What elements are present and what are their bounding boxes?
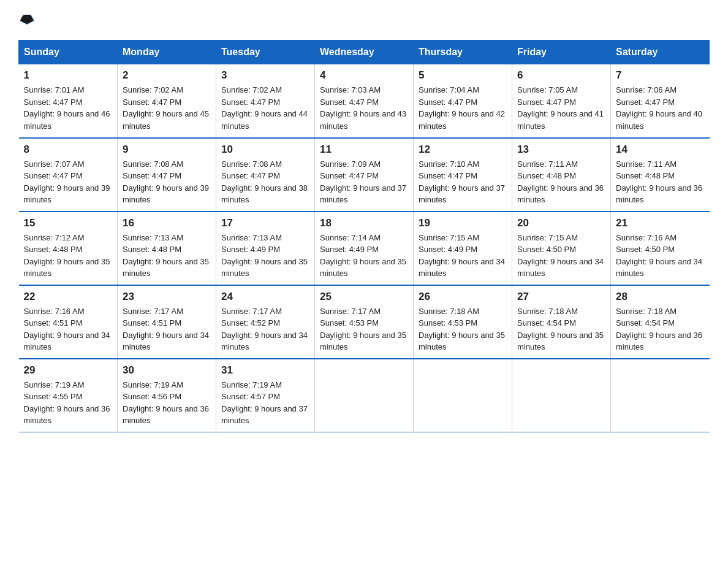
day-info: Sunrise: 7:14 AMSunset: 4:49 PMDaylight:… bbox=[320, 232, 408, 280]
day-info: Sunrise: 7:19 AMSunset: 4:57 PMDaylight:… bbox=[221, 379, 309, 427]
day-number: 25 bbox=[320, 291, 408, 303]
day-number: 11 bbox=[320, 144, 408, 156]
day-number: 30 bbox=[123, 364, 211, 377]
day-info: Sunrise: 7:10 AMSunset: 4:47 PMDaylight:… bbox=[419, 158, 507, 206]
day-info: Sunrise: 7:01 AMSunset: 4:47 PMDaylight:… bbox=[24, 84, 113, 132]
calendar-cell: 30 Sunrise: 7:19 AMSunset: 4:56 PMDaylig… bbox=[118, 359, 216, 432]
day-number: 29 bbox=[24, 364, 113, 377]
day-info: Sunrise: 7:09 AMSunset: 4:47 PMDaylight:… bbox=[320, 158, 408, 206]
calendar-cell: 29 Sunrise: 7:19 AMSunset: 4:55 PMDaylig… bbox=[19, 359, 118, 432]
calendar-cell: 22 Sunrise: 7:16 AMSunset: 4:51 PMDaylig… bbox=[19, 285, 118, 359]
day-info: Sunrise: 7:11 AMSunset: 4:48 PMDaylight:… bbox=[616, 158, 705, 206]
day-number: 17 bbox=[221, 217, 309, 229]
day-info: Sunrise: 7:18 AMSunset: 4:53 PMDaylight:… bbox=[419, 305, 507, 353]
day-number: 20 bbox=[517, 217, 605, 229]
calendar-week-5: 29 Sunrise: 7:19 AMSunset: 4:55 PMDaylig… bbox=[19, 359, 710, 432]
day-number: 7 bbox=[616, 69, 705, 82]
day-info: Sunrise: 7:16 AMSunset: 4:51 PMDaylight:… bbox=[24, 305, 113, 353]
calendar-cell bbox=[512, 359, 611, 432]
day-info: Sunrise: 7:03 AMSunset: 4:47 PMDaylight:… bbox=[320, 84, 408, 132]
day-info: Sunrise: 7:18 AMSunset: 4:54 PMDaylight:… bbox=[517, 305, 605, 353]
day-number: 18 bbox=[320, 217, 408, 229]
calendar-cell: 7 Sunrise: 7:06 AMSunset: 4:47 PMDayligh… bbox=[611, 64, 710, 138]
day-number: 22 bbox=[24, 291, 113, 303]
calendar-cell: 14 Sunrise: 7:11 AMSunset: 4:48 PMDaylig… bbox=[611, 138, 710, 212]
calendar-cell bbox=[414, 359, 512, 432]
day-info: Sunrise: 7:12 AMSunset: 4:48 PMDaylight:… bbox=[24, 232, 113, 280]
calendar-table: Sunday Monday Tuesday Wednesday Thursday… bbox=[18, 40, 710, 432]
day-info: Sunrise: 7:11 AMSunset: 4:48 PMDaylight:… bbox=[517, 158, 605, 206]
col-saturday: Saturday bbox=[611, 40, 710, 64]
svg-marker-4 bbox=[20, 15, 34, 24]
calendar-week-2: 8 Sunrise: 7:07 AMSunset: 4:47 PMDayligh… bbox=[19, 138, 710, 212]
day-info: Sunrise: 7:04 AMSunset: 4:47 PMDaylight:… bbox=[419, 84, 507, 132]
day-number: 15 bbox=[24, 217, 113, 229]
day-info: Sunrise: 7:05 AMSunset: 4:47 PMDaylight:… bbox=[517, 84, 605, 132]
calendar-cell: 2 Sunrise: 7:02 AMSunset: 4:47 PMDayligh… bbox=[118, 64, 216, 138]
day-info: Sunrise: 7:17 AMSunset: 4:52 PMDaylight:… bbox=[221, 305, 309, 353]
calendar-cell: 8 Sunrise: 7:07 AMSunset: 4:47 PMDayligh… bbox=[19, 138, 118, 212]
day-number: 13 bbox=[517, 144, 605, 156]
day-info: Sunrise: 7:08 AMSunset: 4:47 PMDaylight:… bbox=[221, 158, 309, 206]
calendar-cell: 13 Sunrise: 7:11 AMSunset: 4:48 PMDaylig… bbox=[512, 138, 611, 212]
calendar-cell bbox=[611, 359, 710, 432]
calendar-cell: 10 Sunrise: 7:08 AMSunset: 4:47 PMDaylig… bbox=[216, 138, 315, 212]
calendar-cell: 5 Sunrise: 7:04 AMSunset: 4:47 PMDayligh… bbox=[414, 64, 512, 138]
day-number: 12 bbox=[419, 144, 507, 156]
calendar-cell: 19 Sunrise: 7:15 AMSunset: 4:49 PMDaylig… bbox=[414, 212, 512, 285]
calendar-cell: 1 Sunrise: 7:01 AMSunset: 4:47 PMDayligh… bbox=[19, 64, 118, 138]
calendar-cell: 11 Sunrise: 7:09 AMSunset: 4:47 PMDaylig… bbox=[315, 138, 414, 212]
day-info: Sunrise: 7:08 AMSunset: 4:47 PMDaylight:… bbox=[123, 158, 211, 206]
day-info: Sunrise: 7:06 AMSunset: 4:47 PMDaylight:… bbox=[616, 84, 705, 132]
day-info: Sunrise: 7:19 AMSunset: 4:56 PMDaylight:… bbox=[123, 379, 211, 427]
day-number: 2 bbox=[123, 69, 211, 82]
calendar-header: Sunday Monday Tuesday Wednesday Thursday… bbox=[19, 40, 710, 64]
day-number: 6 bbox=[517, 69, 605, 82]
day-number: 23 bbox=[123, 291, 211, 303]
day-number: 9 bbox=[123, 144, 211, 156]
calendar-cell: 12 Sunrise: 7:10 AMSunset: 4:47 PMDaylig… bbox=[414, 138, 512, 212]
calendar-cell: 27 Sunrise: 7:18 AMSunset: 4:54 PMDaylig… bbox=[512, 285, 611, 359]
day-info: Sunrise: 7:15 AMSunset: 4:49 PMDaylight:… bbox=[419, 232, 507, 280]
day-number: 1 bbox=[24, 69, 113, 82]
day-number: 24 bbox=[221, 291, 309, 303]
day-info: Sunrise: 7:02 AMSunset: 4:47 PMDaylight:… bbox=[221, 84, 309, 132]
col-friday: Friday bbox=[512, 40, 611, 64]
calendar-cell: 31 Sunrise: 7:19 AMSunset: 4:57 PMDaylig… bbox=[216, 359, 315, 432]
col-thursday: Thursday bbox=[414, 40, 512, 64]
calendar-cell: 16 Sunrise: 7:13 AMSunset: 4:48 PMDaylig… bbox=[118, 212, 216, 285]
day-number: 14 bbox=[616, 144, 705, 156]
calendar-cell: 15 Sunrise: 7:12 AMSunset: 4:48 PMDaylig… bbox=[19, 212, 118, 285]
day-number: 4 bbox=[320, 69, 408, 82]
header-row: Sunday Monday Tuesday Wednesday Thursday… bbox=[19, 40, 710, 64]
calendar-week-3: 15 Sunrise: 7:12 AMSunset: 4:48 PMDaylig… bbox=[19, 212, 710, 285]
day-number: 8 bbox=[24, 144, 113, 156]
day-info: Sunrise: 7:19 AMSunset: 4:55 PMDaylight:… bbox=[24, 379, 113, 427]
calendar-cell: 6 Sunrise: 7:05 AMSunset: 4:47 PMDayligh… bbox=[512, 64, 611, 138]
day-number: 21 bbox=[616, 217, 705, 229]
day-number: 3 bbox=[221, 69, 309, 82]
day-info: Sunrise: 7:16 AMSunset: 4:50 PMDaylight:… bbox=[616, 232, 705, 280]
day-number: 28 bbox=[616, 291, 705, 303]
day-info: Sunrise: 7:02 AMSunset: 4:47 PMDaylight:… bbox=[123, 84, 211, 132]
day-number: 31 bbox=[221, 364, 309, 377]
calendar-cell: 21 Sunrise: 7:16 AMSunset: 4:50 PMDaylig… bbox=[611, 212, 710, 285]
day-number: 26 bbox=[419, 291, 507, 303]
day-number: 16 bbox=[123, 217, 211, 229]
day-info: Sunrise: 7:07 AMSunset: 4:47 PMDaylight:… bbox=[24, 158, 113, 206]
calendar-cell: 17 Sunrise: 7:13 AMSunset: 4:49 PMDaylig… bbox=[216, 212, 315, 285]
page-header bbox=[18, 12, 710, 28]
calendar-week-1: 1 Sunrise: 7:01 AMSunset: 4:47 PMDayligh… bbox=[19, 64, 710, 138]
calendar-cell: 18 Sunrise: 7:14 AMSunset: 4:49 PMDaylig… bbox=[315, 212, 414, 285]
col-wednesday: Wednesday bbox=[315, 40, 414, 64]
calendar-cell: 26 Sunrise: 7:18 AMSunset: 4:53 PMDaylig… bbox=[414, 285, 512, 359]
logo bbox=[18, 12, 34, 28]
day-info: Sunrise: 7:13 AMSunset: 4:48 PMDaylight:… bbox=[123, 232, 211, 280]
day-number: 10 bbox=[221, 144, 309, 156]
col-monday: Monday bbox=[118, 40, 216, 64]
day-info: Sunrise: 7:17 AMSunset: 4:53 PMDaylight:… bbox=[320, 305, 408, 353]
col-sunday: Sunday bbox=[19, 40, 118, 64]
day-number: 19 bbox=[419, 217, 507, 229]
day-number: 27 bbox=[517, 291, 605, 303]
day-info: Sunrise: 7:15 AMSunset: 4:50 PMDaylight:… bbox=[517, 232, 605, 280]
